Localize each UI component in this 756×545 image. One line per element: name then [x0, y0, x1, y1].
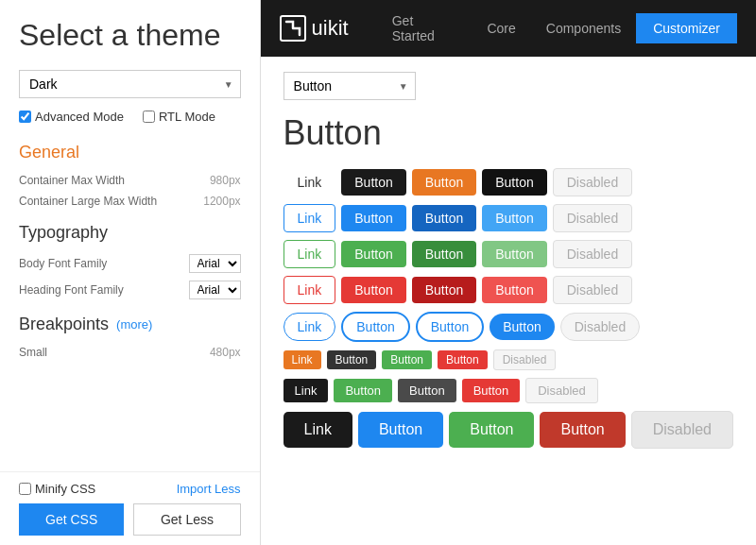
btn-link-green[interactable]: Link [284, 240, 336, 268]
btn-disabled-green: Disabled [553, 240, 632, 268]
button-row-8: Link Button Button Button Disabled [284, 411, 733, 449]
breakpoints-title: Breakpoints (more) [19, 315, 241, 334]
logo-svg [284, 20, 301, 37]
btn-link-blue[interactable]: Link [284, 204, 336, 232]
btn-button-blue-light[interactable]: Button [482, 205, 546, 231]
btn-button-md-3[interactable]: Button [462, 379, 521, 402]
btn-link-red[interactable]: Link [284, 276, 336, 304]
rtl-mode-checkbox[interactable] [143, 111, 155, 123]
get-less-button[interactable]: Get Less [133, 503, 240, 536]
btn-link-dark[interactable]: Link [284, 168, 336, 196]
btn-button-lg-2[interactable]: Button [449, 412, 534, 448]
left-panel: Select a theme Default Dark Almost Flat … [0, 0, 261, 545]
btn-button-lg-3[interactable]: Button [540, 412, 625, 448]
right-content: Alert Button Form Nav Table Button Link … [261, 57, 756, 545]
btn-button-md-1[interactable]: Button [334, 379, 392, 402]
btn-disabled-md: Disabled [525, 378, 598, 403]
heading-font-select-wrapper: Arial [189, 281, 241, 299]
button-row-3: Link Button Button Button Disabled [284, 240, 733, 268]
field-label-small: Small [19, 346, 47, 359]
advanced-mode-checkbox[interactable] [19, 111, 31, 123]
field-container-large-max-width: Container Large Max Width 1200px [19, 191, 241, 212]
btn-disabled-red: Disabled [553, 276, 632, 304]
btn-button-red-dark[interactable]: Button [412, 277, 476, 303]
btn-disabled-sm: Disabled [493, 349, 557, 370]
field-label-body-font: Body Font Family [19, 257, 107, 270]
body-font-select[interactable]: Arial [189, 254, 241, 273]
btn-button-sm-3[interactable]: Button [438, 350, 488, 369]
btn-button-outline[interactable]: Button [341, 312, 409, 342]
btn-button-md-2[interactable]: Button [398, 379, 456, 402]
btn-button-sm-2[interactable]: Button [382, 350, 432, 369]
button-row-5: Link Button Button Button Disabled [284, 312, 733, 342]
btn-button-green-light[interactable]: Button [482, 241, 546, 267]
mode-row: Advanced Mode RTL Mode [0, 106, 260, 131]
footer-top: Minify CSS Import Less [19, 482, 241, 496]
customizer-button[interactable]: Customizer [636, 13, 737, 43]
btn-disabled-outline: Disabled [560, 313, 640, 341]
button-row-7: Link Button Button Button Disabled [284, 378, 733, 403]
btn-button-red[interactable]: Button [341, 277, 405, 303]
btn-button-dark-black[interactable]: Button [482, 169, 546, 196]
nav-core[interactable]: Core [472, 0, 530, 57]
nav-components[interactable]: Components [531, 0, 636, 57]
btn-button-dark[interactable]: Button [341, 169, 405, 196]
btn-button-blue[interactable]: Button [341, 205, 405, 231]
button-row-1: Link Button Button Button Disabled [284, 168, 733, 196]
button-row-2: Link Button Button Button Disabled [284, 204, 733, 232]
field-label-container-max-width: Container Max Width [19, 174, 125, 187]
field-container-max-width: Container Max Width 980px [19, 170, 241, 191]
component-select-wrapper: Alert Button Form Nav Table [284, 72, 416, 100]
btn-button-lg-1[interactable]: Button [358, 412, 443, 448]
field-value-container-max-width: 980px [210, 174, 241, 187]
btn-link-outline[interactable]: Link [284, 313, 336, 341]
import-less-link[interactable]: Import Less [177, 482, 241, 496]
theme-select[interactable]: Default Dark Almost Flat Gradient [19, 70, 241, 98]
right-panel: uikit Get Started Core Components Custom… [261, 0, 756, 545]
field-heading-font: Heading Font Family Arial [19, 277, 241, 303]
btn-button-blue-dark[interactable]: Button [412, 205, 476, 231]
theme-select-row: Default Dark Almost Flat Gradient [0, 62, 260, 106]
typography-section-title: Typography [19, 223, 241, 243]
btn-link-lg[interactable]: Link [284, 412, 352, 448]
field-label-container-large: Container Large Max Width [19, 195, 157, 208]
component-select-row: Alert Button Form Nav Table [284, 72, 733, 100]
nav-get-started[interactable]: Get Started [377, 0, 472, 57]
breakpoints-more-link[interactable]: (more) [116, 317, 152, 332]
btn-link-sm[interactable]: Link [284, 350, 321, 369]
btn-button-green[interactable]: Button [341, 241, 405, 267]
btn-button-sm-1[interactable]: Button [327, 350, 377, 369]
button-rows: Link Button Button Button Disabled Link … [284, 168, 733, 449]
btn-button-dark-primary[interactable]: Button [412, 169, 476, 196]
theme-select-wrapper: Default Dark Almost Flat Gradient [19, 70, 241, 98]
body-font-select-wrapper: Arial [189, 254, 241, 273]
left-header: Select a theme [0, 0, 260, 62]
minify-css-checkbox[interactable] [19, 483, 31, 495]
btn-disabled-blue: Disabled [553, 204, 632, 232]
minify-css-label[interactable]: Minify CSS [19, 482, 95, 496]
advanced-mode-label[interactable]: Advanced Mode [19, 110, 124, 124]
left-scrollable: General Container Max Width 980px Contai… [0, 131, 260, 471]
get-css-button[interactable]: Get CSS [19, 503, 124, 536]
btn-link-md[interactable]: Link [284, 379, 329, 402]
top-nav: uikit Get Started Core Components Custom… [261, 0, 756, 57]
logo-icon [280, 15, 306, 42]
page-title: Select a theme [19, 17, 241, 53]
component-select[interactable]: Alert Button Form Nav Table [284, 72, 416, 100]
field-value-container-large: 1200px [203, 195, 240, 208]
button-row-6: Link Button Button Button Disabled [284, 349, 733, 370]
btn-button-outline-solid[interactable]: Button [490, 314, 554, 340]
btn-button-red-light[interactable]: Button [482, 277, 546, 303]
btn-button-outline-dark[interactable]: Button [416, 312, 484, 342]
left-footer: Minify CSS Import Less Get CSS Get Less [0, 471, 260, 545]
field-value-small: 480px [210, 346, 241, 359]
field-small-breakpoint: Small 480px [19, 342, 241, 363]
btn-button-green-dark[interactable]: Button [412, 241, 476, 267]
heading-font-select[interactable]: Arial [189, 281, 241, 299]
btn-disabled-dark: Disabled [553, 168, 632, 196]
field-label-heading-font: Heading Font Family [19, 283, 124, 297]
rtl-mode-label[interactable]: RTL Mode [143, 110, 215, 124]
component-title: Button [284, 113, 733, 153]
button-row-4: Link Button Button Button Disabled [284, 276, 733, 304]
nav-links: Get Started Core Components [377, 0, 637, 57]
